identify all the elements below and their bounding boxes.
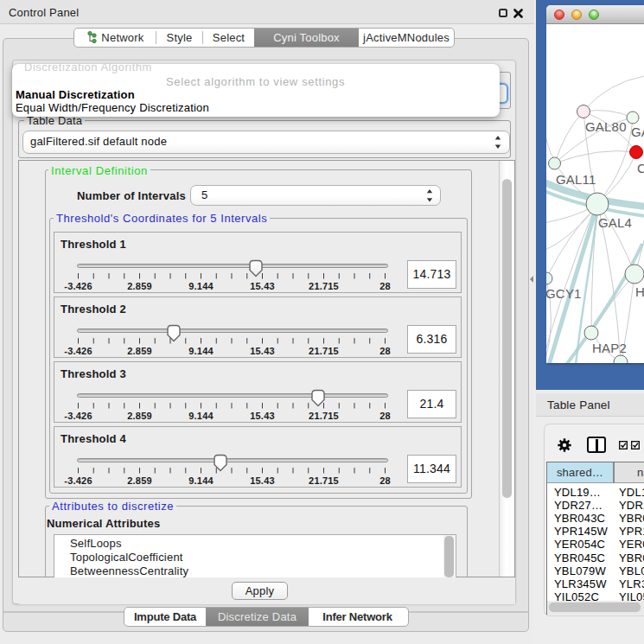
svg-text:C: C bbox=[637, 161, 644, 175]
svg-text:GAL4: GAL4 bbox=[598, 215, 632, 230]
svg-text:GCY1: GCY1 bbox=[546, 286, 582, 301]
svg-text:GA: GA bbox=[631, 124, 644, 139]
svg-text:GAL11: GAL11 bbox=[556, 172, 596, 187]
svg-text:HAP2: HAP2 bbox=[592, 341, 627, 355]
svg-text:H: H bbox=[635, 284, 644, 299]
svg-text:GAL80: GAL80 bbox=[585, 119, 627, 134]
